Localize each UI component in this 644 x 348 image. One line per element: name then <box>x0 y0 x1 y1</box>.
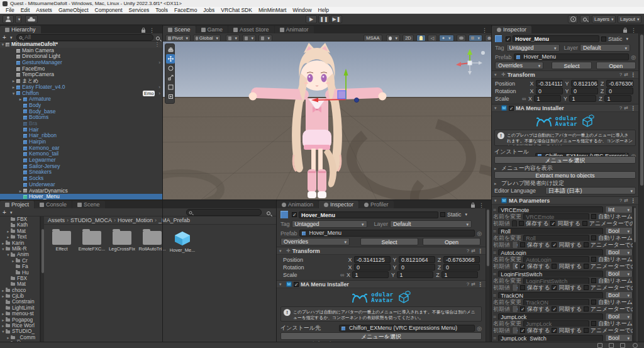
presets-icon[interactable]: ⇄ <box>624 105 628 111</box>
hierarchy-search-input[interactable]: All <box>16 34 153 41</box>
breadcrumb-segment[interactable]: Assets <box>48 217 65 223</box>
presets-icon[interactable]: ⇄ <box>471 248 475 254</box>
animator-default-checkbox[interactable] <box>582 221 587 226</box>
saved-checkbox[interactable] <box>520 306 525 312</box>
project-tree-item-cr[interactable]: ▸Cr <box>0 258 40 264</box>
pivot-toggle[interactable]: Pivot▾ <box>165 35 191 42</box>
rotation-z-field[interactable]: 0 <box>606 87 633 94</box>
component-menu-icon[interactable]: ⋮ <box>630 198 636 204</box>
menu-item-jobs[interactable]: Jobs <box>200 7 218 13</box>
background-tasks-icon[interactable] <box>620 343 625 348</box>
inspector-scrollbar[interactable] <box>638 33 644 342</box>
gameobject-name-field[interactable]: Hover_Menu <box>513 35 599 42</box>
auto-rename-checkbox[interactable] <box>591 214 596 219</box>
asset-hover-me-[interactable]: Hover_Me... <box>169 231 196 253</box>
menu-item-services[interactable]: Services <box>126 7 153 13</box>
create-dropdown-icon[interactable]: ▾ <box>10 210 13 215</box>
parameter-name-field[interactable]: AutoLogin <box>498 249 603 255</box>
default-value-dropdown[interactable]: ▾ <box>512 284 518 291</box>
tab-inspector[interactable]: Inspector <box>492 26 531 33</box>
create-dropdown-icon[interactable]: ▾ <box>10 35 13 40</box>
scene-header-row[interactable]: ▾ MitsumameDafolt* ⋮ <box>0 42 162 48</box>
scene-menu-icon[interactable]: ⋮ <box>155 42 160 48</box>
animator-default-checkbox[interactable] <box>584 285 589 290</box>
auto-rename-checkbox[interactable] <box>591 278 596 283</box>
hierarchy-item-chiffon[interactable]: ▾ChiffonEmo› <box>0 91 162 97</box>
shading-mode-dropdown[interactable]: ▾ <box>386 35 400 42</box>
scale-y-field[interactable]: 1 <box>397 271 433 278</box>
drag-handle-icon[interactable]: = <box>493 313 496 320</box>
link-scale-icon[interactable]: ∞ <box>522 96 526 102</box>
project-tree-item-pogapog[interactable]: ▸Pogapog <box>0 317 40 323</box>
hierarchy-item-bra[interactable]: Bra <box>0 121 162 127</box>
hierarchy-item-underwear[interactable]: Underwear <box>0 182 162 188</box>
lock-icon[interactable] <box>623 30 627 33</box>
tag-dropdown[interactable]: Untagged▾ <box>506 44 560 52</box>
project-tree-item-constrain[interactable]: Constrain <box>0 299 40 305</box>
breadcrumb-segment[interactable]: Hover_Motion <box>118 217 153 223</box>
tab-inspector-bottom[interactable]: Inspector <box>319 201 358 208</box>
animator-default-checkbox[interactable] <box>584 328 589 333</box>
tab-hierarchy[interactable]: Hierarchy <box>0 26 41 33</box>
console-activity-icon[interactable] <box>609 343 614 348</box>
visibility-toggle[interactable] <box>457 35 466 42</box>
hierarchy-item-easy-floater-v4-0[interactable]: ▸Easy Floater_v4.0› <box>0 84 162 91</box>
hierarchy-item-sneakers[interactable]: Sneakers <box>0 169 162 176</box>
tab-profiler[interactable]: Profiler <box>359 201 394 208</box>
expander-icon[interactable]: ▾ <box>6 252 11 257</box>
synced-checkbox[interactable] <box>552 285 557 290</box>
expander-icon[interactable]: ▸ <box>11 78 16 84</box>
presets-icon[interactable]: ⇄ <box>471 281 475 287</box>
project-tree-item-fbx[interactable]: FBX <box>0 276 40 281</box>
overrides-dropdown[interactable]: Overrides▾ <box>495 62 543 69</box>
parameter-name-field[interactable]: JumpLock <box>498 313 603 320</box>
auto-rename-checkbox[interactable] <box>591 235 596 240</box>
rename-field[interactable]: TrackON <box>523 299 589 305</box>
parameter-name-field[interactable]: TrackON <box>498 292 603 298</box>
expander-icon[interactable]: ▸ <box>6 228 11 234</box>
tag-dropdown[interactable]: Untagged▾ <box>292 220 367 228</box>
hierarchy-item-bottoms[interactable]: Bottoms <box>0 115 162 121</box>
tab-project[interactable]: Project <box>0 201 34 208</box>
audio-toggle[interactable]: ◁ <box>428 35 437 42</box>
effects-dropdown[interactable]: ✦▾ <box>439 35 454 42</box>
lighting-toggle[interactable] <box>416 35 426 42</box>
tab-animator[interactable]: Animator <box>275 26 314 33</box>
expander-icon[interactable]: ▾ <box>0 42 6 48</box>
saved-checkbox[interactable] <box>520 328 525 333</box>
hierarchy-item-body-base[interactable]: Body_base <box>0 109 162 115</box>
undo-history-button[interactable] <box>568 15 578 23</box>
hierarchy-item-faceemo[interactable]: FaceEmo <box>0 66 162 72</box>
project-tree-item-mat[interactable]: Mat <box>0 281 40 287</box>
panel-menu-icon[interactable]: ⋮ <box>482 27 487 33</box>
project-tree-item-kath[interactable]: Kath <box>0 222 40 228</box>
expander-icon[interactable]: ▸ <box>1 311 6 317</box>
tab-animation[interactable]: Animation <box>277 201 318 208</box>
synced-checkbox[interactable] <box>552 264 557 269</box>
component-menu-icon[interactable]: ⋮ <box>477 281 483 288</box>
2d-toggle[interactable]: 2D <box>402 35 414 42</box>
menu-item-minminmart[interactable]: MinMinMart <box>255 7 289 13</box>
hierarchy-item-avatardynamics[interactable]: ▸AvatarDynamics <box>0 188 162 194</box>
progress-check-icon[interactable] <box>633 343 638 348</box>
hierarchy-item-tempcamera[interactable]: TempCamera <box>0 72 162 78</box>
saved-checkbox[interactable] <box>520 285 525 290</box>
auto-rename-checkbox[interactable] <box>591 257 596 262</box>
rename-field[interactable]: AutoLogin <box>523 256 589 262</box>
scale-x-field[interactable]: 1 <box>352 271 389 278</box>
hierarchy-item-armature[interactable]: ▸Armature <box>0 96 162 103</box>
layout-dropdown[interactable]: Layout▾ <box>618 15 641 23</box>
chevron-down-icon[interactable]: ▾ <box>465 212 468 217</box>
drag-handle-icon[interactable]: = <box>493 271 496 277</box>
static-checkbox[interactable] <box>601 36 606 42</box>
measure-button[interactable]: ▾ <box>258 35 272 42</box>
prefab-open-chevron-icon[interactable]: › <box>158 84 160 91</box>
project-tree-item-mat[interactable]: ▸Mat <box>0 228 40 234</box>
create-button[interactable]: + <box>3 34 6 41</box>
expander-icon[interactable]: ▾ <box>11 91 16 97</box>
collab-edit-icon[interactable] <box>597 343 602 348</box>
expander-icon[interactable]: ▸ <box>1 288 6 293</box>
extract-menu-button[interactable]: Extract menu to objects <box>494 171 636 179</box>
animator-default-checkbox[interactable] <box>584 242 589 247</box>
lock-icon[interactable] <box>471 205 475 208</box>
